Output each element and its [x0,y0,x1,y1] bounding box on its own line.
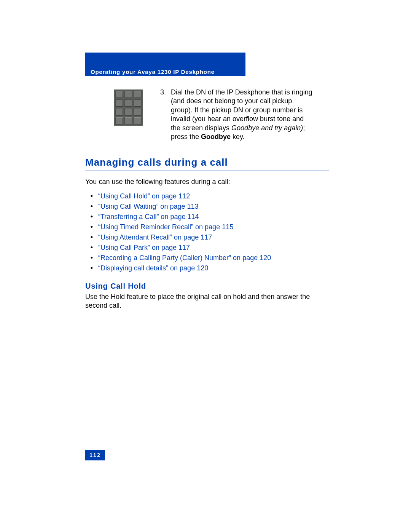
link-call-park[interactable]: “Using Call Park” on page 117 [98,244,190,251]
call-hold-paragraph: Use the Hold feature to place the origin… [85,292,329,310]
list-item: “Displaying call details” on page 120 [85,263,271,273]
step-3: 3.Dial the DN of the IP Deskphone that i… [160,88,316,141]
list-item: “Using Call Park” on page 117 [85,243,271,253]
list-item: “Using Call Hold” on page 112 [85,191,271,201]
step-number: 3. [160,88,171,97]
link-call-hold[interactable]: “Using Call Hold” on page 112 [98,192,190,200]
link-attendant-recall[interactable]: “Using Attendant Recall” on page 117 [98,233,212,241]
running-header: Operating your Avaya 1230 IP Deskphone [91,69,215,75]
heading-using-call-hold: Using Call Hold [85,282,146,291]
link-call-waiting[interactable]: “Using Call Waiting” on page 113 [98,203,198,210]
goodbye-key-label: Goodbye [201,133,231,141]
heading-managing-calls: Managing calls during a call [85,157,329,171]
link-timed-reminder[interactable]: “Using Timed Reminder Recall” on page 11… [98,223,233,231]
list-item: “Transferring a Call” on page 114 [85,212,271,222]
list-item: “Using Timed Reminder Recall” on page 11… [85,222,271,232]
keypad-icon [114,89,143,126]
link-recording-caller[interactable]: “Recording a Calling Party (Caller) Numb… [98,254,271,262]
document-page: Operating your Avaya 1230 IP Deskphone 3… [0,0,411,532]
list-item: “Using Attendant Recall” on page 117 [85,232,271,243]
page-number: 112 [85,450,105,460]
list-item: “Recording a Calling Party (Caller) Numb… [85,253,271,263]
intro-paragraph: You can use the following features durin… [85,178,230,186]
link-displaying-details[interactable]: “Displaying call details” on page 120 [98,264,208,272]
italic-text: Goodbye and try again) [231,124,303,132]
link-transferring-call[interactable]: “Transferring a Call” on page 114 [98,213,199,220]
list-item: “Using Call Waiting” on page 113 [85,201,271,212]
feature-links-list: “Using Call Hold” on page 112 “Using Cal… [85,191,271,273]
step-text: Dial the DN of the IP Deskphone that is … [171,88,312,141]
